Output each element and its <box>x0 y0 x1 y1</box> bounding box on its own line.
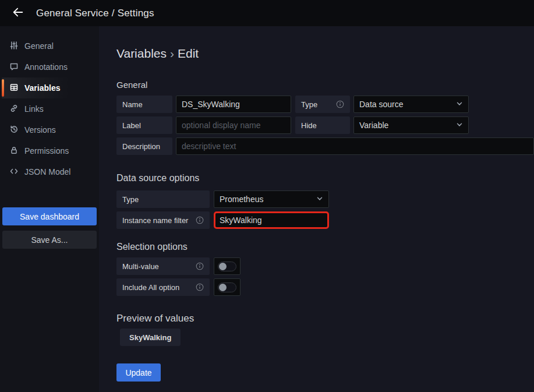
multi-value-toggle[interactable] <box>214 257 241 275</box>
datasource-type-select[interactable]: Prometheus <box>214 190 329 208</box>
sidebar-item-variables[interactable]: Variables <box>0 77 99 98</box>
sidebar-item-links[interactable]: Links <box>0 98 99 119</box>
instance-filter-field-label: Instance name filter <box>116 211 210 229</box>
include-all-field-label: Include All option <box>116 278 210 296</box>
selection-options-title: Selection options <box>116 241 534 252</box>
name-input[interactable] <box>176 96 291 113</box>
preview-section-title: Preview of values <box>116 313 534 324</box>
sidebar-item-label: Permissions <box>24 146 69 156</box>
type-select[interactable]: Data source <box>353 96 469 113</box>
sidebar-item-label: Versions <box>24 125 56 135</box>
page-title: General Service / Settings <box>36 8 154 19</box>
breadcrumb-separator: › <box>167 47 178 60</box>
info-icon[interactable] <box>196 283 204 291</box>
lock-icon <box>9 146 19 157</box>
preview-value-chip: SkyWalking <box>120 329 181 346</box>
sidebar-item-json-model[interactable]: JSON Model <box>0 161 99 182</box>
breadcrumb-section: Variables <box>116 47 167 60</box>
arrow-left-icon <box>12 6 24 20</box>
name-field-label: Name <box>116 96 172 113</box>
save-as-button[interactable]: Save As... <box>2 231 97 249</box>
code-icon <box>9 167 19 178</box>
chevron-down-icon <box>316 195 323 204</box>
description-input[interactable] <box>176 137 534 155</box>
info-icon[interactable] <box>336 100 344 108</box>
top-header: General Service / Settings <box>0 0 534 26</box>
history-icon <box>9 125 19 136</box>
breadcrumb-page: Edit <box>178 47 199 60</box>
grid-icon <box>9 83 19 94</box>
type-field-label: Type <box>295 96 350 113</box>
back-button[interactable] <box>9 5 27 22</box>
sidebar-item-label: JSON Model <box>24 167 70 176</box>
sidebar-item-permissions[interactable]: Permissions <box>0 140 99 161</box>
chevron-down-icon <box>456 121 463 130</box>
info-icon[interactable] <box>196 216 204 224</box>
sidebar-item-label: General <box>24 41 54 51</box>
multi-value-field-label: Multi-value <box>116 257 210 275</box>
description-field-label: Description <box>116 137 172 155</box>
general-section-title: General <box>116 79 534 90</box>
include-all-toggle[interactable] <box>214 278 241 296</box>
sidebar-item-label: Links <box>24 104 44 114</box>
link-icon <box>9 104 19 115</box>
sidebar-item-versions[interactable]: Versions <box>0 119 99 140</box>
sidebar-item-label: Annotations <box>24 62 68 72</box>
sidebar-item-label: Variables <box>24 83 61 93</box>
instance-name-filter-input[interactable] <box>214 211 329 229</box>
sidebar-item-annotations[interactable]: Annotations <box>0 56 99 77</box>
sidebar-item-general[interactable]: General <box>0 36 99 56</box>
settings-sidebar: General Annotations Variables <box>0 26 99 392</box>
label-field-label: Label <box>116 116 172 134</box>
breadcrumb: Variables›Edit <box>116 45 534 61</box>
update-button[interactable]: Update <box>116 363 161 382</box>
label-input[interactable] <box>176 116 291 134</box>
hide-field-label: Hide <box>295 116 350 134</box>
datasource-options-title: Data source options <box>116 172 534 183</box>
sliders-icon <box>9 41 19 52</box>
comment-icon <box>9 62 19 73</box>
chevron-down-icon <box>456 100 463 109</box>
info-icon[interactable] <box>196 262 204 270</box>
hide-select[interactable]: Variable <box>353 116 469 134</box>
save-dashboard-button[interactable]: Save dashboard <box>2 207 97 225</box>
variables-edit-panel: Variables›Edit General Name Type Data so… <box>99 26 534 392</box>
ds-type-field-label: Type <box>116 190 210 208</box>
